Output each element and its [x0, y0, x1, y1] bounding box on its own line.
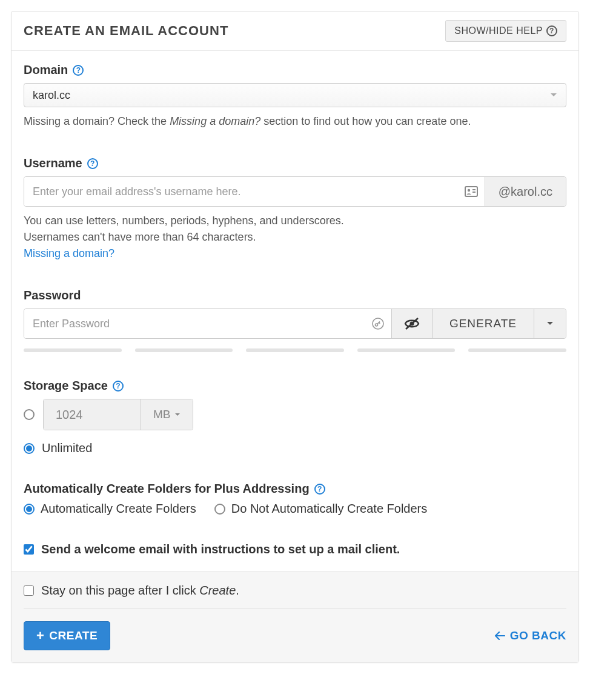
- no-auto-create-folders-radio[interactable]: [214, 504, 225, 515]
- domain-select[interactable]: karol.cc: [24, 83, 566, 107]
- chevron-down-icon: [174, 413, 181, 417]
- panel-body: Domain ? karol.cc Missing a domain? Chec…: [12, 51, 578, 556]
- storage-unit-select[interactable]: MB: [141, 399, 193, 430]
- password-strength-meter: [24, 348, 566, 352]
- go-back-link[interactable]: GO BACK: [494, 629, 566, 642]
- help-circle-icon[interactable]: ?: [87, 158, 98, 169]
- storage-label: Storage Space: [24, 379, 108, 393]
- welcome-email-checkbox[interactable]: [24, 544, 34, 555]
- password-input-group: GENERATE: [24, 308, 566, 339]
- hint-text: You can use letters, numbers, periods, h…: [24, 213, 566, 229]
- hint-text: Missing a domain? Check the: [24, 115, 170, 127]
- storage-unit-label: MB: [153, 408, 171, 421]
- username-label: Username: [24, 156, 82, 170]
- help-button-label: SHOW/HIDE HELP: [454, 25, 543, 36]
- hint-text: section to find out how you can create o…: [260, 115, 471, 127]
- username-field: Username ? @karol.cc You can use l: [24, 156, 566, 262]
- toggle-password-visibility-button[interactable]: [391, 309, 432, 338]
- go-back-label: GO BACK: [510, 629, 566, 642]
- password-input[interactable]: [24, 309, 365, 338]
- storage-unlimited-label: Unlimited: [42, 441, 92, 455]
- svg-point-5: [375, 324, 377, 326]
- domain-hint: Missing a domain? Check the Missing a do…: [24, 113, 566, 130]
- generate-password-button[interactable]: GENERATE: [432, 309, 534, 338]
- plus-addressing-label: Automatically Create Folders for Plus Ad…: [24, 482, 310, 496]
- stay-on-page-checkbox[interactable]: [24, 585, 34, 596]
- domain-field: Domain ? karol.cc Missing a domain? Chec…: [24, 63, 566, 130]
- label-text: Stay on this page after I click: [41, 584, 199, 597]
- panel-header: CREATE AN EMAIL ACCOUNT SHOW/HIDE HELP ?: [12, 12, 578, 51]
- no-auto-create-folders-label: Do Not Automatically Create Folders: [231, 502, 427, 516]
- panel-title: CREATE AN EMAIL ACCOUNT: [24, 23, 228, 39]
- password-label: Password: [24, 288, 81, 302]
- password-field: Password GE: [24, 288, 566, 352]
- panel-footer: Stay on this page after I click Create. …: [12, 571, 578, 662]
- username-input-group: @karol.cc: [24, 176, 566, 207]
- storage-field: Storage Space ? MB Unlimited: [24, 379, 566, 455]
- create-button-label: CREATE: [49, 629, 98, 642]
- eye-slash-icon: [404, 317, 420, 330]
- hint-italic: Missing a domain?: [170, 115, 260, 127]
- username-input[interactable]: [24, 177, 458, 206]
- generate-options-dropdown[interactable]: [534, 309, 566, 338]
- arrow-left-icon: [494, 632, 505, 640]
- show-hide-help-button[interactable]: SHOW/HIDE HELP ?: [445, 20, 566, 42]
- storage-custom-radio[interactable]: [24, 409, 35, 420]
- plus-addressing-field: Automatically Create Folders for Plus Ad…: [24, 482, 566, 516]
- svg-point-1: [468, 189, 470, 192]
- plus-icon: +: [36, 629, 44, 642]
- create-button[interactable]: + CREATE: [24, 621, 110, 650]
- welcome-email-field: Send a welcome email with instructions t…: [24, 542, 566, 556]
- username-domain-addon: @karol.cc: [485, 177, 566, 206]
- username-hint: You can use letters, numbers, periods, h…: [24, 213, 566, 262]
- missing-domain-link[interactable]: Missing a domain?: [24, 247, 114, 259]
- help-circle-icon[interactable]: ?: [314, 484, 325, 495]
- domain-label: Domain: [24, 63, 68, 77]
- label-text: .: [236, 584, 239, 597]
- key-circle-icon: [365, 309, 391, 338]
- chevron-down-icon: [550, 93, 557, 98]
- label-italic: Create: [199, 584, 236, 597]
- chevron-down-icon: [546, 321, 554, 326]
- stay-on-page-label: Stay on this page after I click Create.: [41, 584, 239, 598]
- hint-text: Usernames can't have more than 64 charac…: [24, 229, 566, 245]
- help-circle-icon[interactable]: ?: [113, 381, 124, 392]
- auto-create-folders-radio[interactable]: [24, 504, 35, 515]
- storage-unlimited-radio[interactable]: [24, 443, 35, 454]
- storage-size-input[interactable]: [44, 399, 141, 430]
- storage-custom-input-group: MB: [43, 399, 193, 430]
- create-email-panel: CREATE AN EMAIL ACCOUNT SHOW/HIDE HELP ?…: [11, 11, 579, 663]
- contact-card-icon: [458, 177, 485, 206]
- help-circle-icon[interactable]: ?: [73, 65, 84, 76]
- domain-select-value: karol.cc: [33, 89, 70, 102]
- welcome-email-label: Send a welcome email with instructions t…: [41, 542, 400, 556]
- auto-create-folders-label: Automatically Create Folders: [41, 502, 196, 516]
- help-circle-icon: ?: [546, 25, 557, 36]
